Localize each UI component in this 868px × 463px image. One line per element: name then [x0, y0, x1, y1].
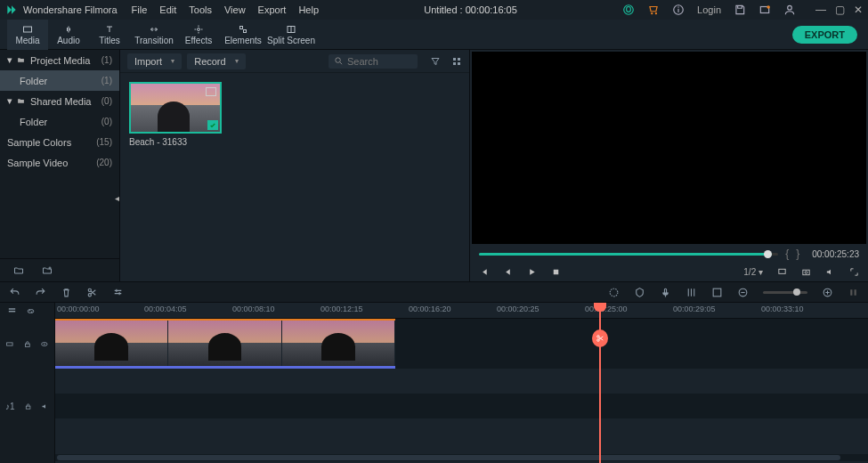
delete-icon[interactable] — [61, 287, 72, 298]
menu-export[interactable]: Export — [258, 4, 287, 15]
menu-edit[interactable]: Edit — [159, 4, 176, 15]
svg-point-40 — [44, 343, 45, 345]
marker-icon[interactable] — [634, 287, 645, 298]
svg-point-13 — [336, 58, 341, 63]
track-lock-icon[interactable] — [23, 339, 32, 349]
sidebar-item-folder-1[interactable]: Folder(1) — [0, 70, 119, 91]
zoom-fit-icon[interactable] — [848, 287, 859, 298]
search-icon — [334, 56, 344, 66]
maximize-button[interactable]: ▢ — [835, 4, 845, 16]
collapse-sidebar-icon[interactable]: ◂ — [115, 193, 119, 203]
message-icon[interactable] — [758, 4, 771, 16]
mark-out-button[interactable]: } — [796, 248, 799, 260]
info-icon[interactable] — [672, 4, 685, 16]
support-icon[interactable] — [622, 4, 635, 16]
track-options-icon[interactable] — [7, 306, 17, 316]
tab-effects[interactable]: Effects — [178, 20, 219, 50]
app-logo-icon — [5, 4, 18, 16]
tab-titles[interactable]: Titles — [89, 20, 130, 50]
cart-icon[interactable] — [647, 4, 660, 16]
track-settings-icon[interactable] — [5, 339, 14, 349]
media-clip[interactable]: Beach - 31633 — [129, 82, 222, 147]
video-clip[interactable] — [55, 319, 395, 369]
mark-in-button[interactable]: { — [785, 248, 789, 260]
volume-icon[interactable] — [825, 267, 835, 277]
svg-rect-10 — [244, 29, 247, 32]
sidebar-item-sample-colors[interactable]: Sample Colors(15) — [0, 132, 119, 152]
search-input[interactable] — [347, 56, 410, 67]
tab-audio[interactable]: Audio — [48, 20, 89, 50]
svg-rect-33 — [850, 289, 852, 296]
track-visible-icon[interactable] — [40, 339, 49, 349]
grid-view-icon[interactable] — [451, 56, 462, 67]
menu-view[interactable]: View — [224, 4, 246, 15]
zoom-out-icon[interactable] — [737, 287, 749, 298]
selected-check-icon — [207, 120, 218, 130]
tab-split-screen[interactable]: Split Screen — [267, 20, 315, 50]
preview-viewport[interactable] — [472, 52, 866, 244]
svg-rect-3 — [677, 7, 678, 8]
audio-track[interactable] — [55, 394, 868, 418]
sidebar-item-folder-2[interactable]: Folder(0) — [0, 111, 119, 132]
redo-icon[interactable] — [35, 287, 46, 298]
sidebar-item-sample-video[interactable]: Sample Video(20) — [0, 152, 119, 173]
minimize-button[interactable]: — — [815, 4, 826, 16]
settings-icon[interactable] — [711, 287, 723, 298]
link-icon[interactable] — [26, 306, 36, 316]
audio-lock-icon[interactable] — [24, 402, 32, 411]
timeline-scrollbar[interactable] — [55, 454, 868, 461]
timeline-ruler[interactable]: 00:00:00:00 00:00:04:05 00:00:08:10 00:0… — [55, 303, 868, 319]
render-icon[interactable] — [608, 287, 620, 298]
adjust-icon[interactable] — [112, 287, 124, 298]
mixer-icon[interactable] — [685, 287, 697, 298]
add-to-timeline-icon[interactable] — [206, 87, 216, 96]
chevron-down-icon: ▾ — [235, 57, 239, 65]
menu-help[interactable]: Help — [298, 4, 319, 15]
zoom-slider[interactable] — [763, 291, 807, 294]
undo-icon[interactable] — [9, 287, 20, 298]
new-folder-icon[interactable] — [12, 265, 25, 276]
tab-transition[interactable]: Transition — [130, 20, 178, 50]
step-back-button[interactable] — [503, 267, 513, 277]
new-folder-plus-icon[interactable] — [41, 265, 53, 276]
import-dropdown[interactable]: Import▾ — [127, 53, 182, 69]
zoom-in-icon[interactable] — [822, 287, 833, 298]
login-button[interactable]: Login — [697, 4, 721, 15]
preview-scrubber[interactable] — [479, 253, 778, 256]
svg-rect-9 — [240, 26, 243, 28]
audio-track-label: ♪1 — [5, 402, 15, 411]
scissors-icon[interactable] — [592, 329, 608, 347]
clip-thumbnail[interactable] — [129, 82, 222, 134]
preview-scale[interactable]: 1/2 ▾ — [743, 267, 763, 277]
save-icon[interactable] — [734, 4, 746, 16]
display-icon[interactable] — [777, 267, 787, 277]
video-track[interactable] — [55, 319, 868, 369]
export-button[interactable]: EXPORT — [792, 26, 857, 44]
fullscreen-icon[interactable] — [849, 267, 859, 277]
play-button[interactable] — [527, 267, 537, 277]
snapshot-icon[interactable] — [801, 267, 811, 277]
tab-media[interactable]: Media — [7, 20, 48, 50]
sidebar-item-shared-media[interactable]: ▾Shared Media(0) — [0, 91, 119, 111]
split-icon[interactable] — [86, 287, 98, 298]
voiceover-icon[interactable] — [660, 287, 671, 298]
tab-elements[interactable]: Elements — [219, 20, 267, 50]
svg-point-22 — [805, 271, 807, 273]
sidebar-item-project-media[interactable]: ▾Project Media(1) — [0, 50, 119, 70]
menu-file[interactable]: File — [132, 4, 148, 15]
playhead[interactable] — [599, 303, 601, 463]
account-icon[interactable] — [783, 4, 796, 16]
svg-rect-18 — [458, 62, 460, 65]
svg-rect-15 — [453, 58, 456, 61]
filter-icon[interactable] — [430, 56, 441, 67]
record-dropdown[interactable]: Record▾ — [187, 53, 245, 69]
stop-button[interactable] — [551, 267, 561, 277]
svg-rect-20 — [779, 269, 785, 273]
search-box[interactable] — [329, 54, 418, 69]
close-button[interactable]: ✕ — [854, 4, 863, 16]
audio-mute-icon[interactable] — [41, 402, 49, 411]
svg-rect-16 — [458, 58, 460, 61]
svg-rect-19 — [554, 269, 559, 274]
menu-tools[interactable]: Tools — [189, 4, 212, 15]
prev-frame-button[interactable] — [479, 267, 489, 277]
